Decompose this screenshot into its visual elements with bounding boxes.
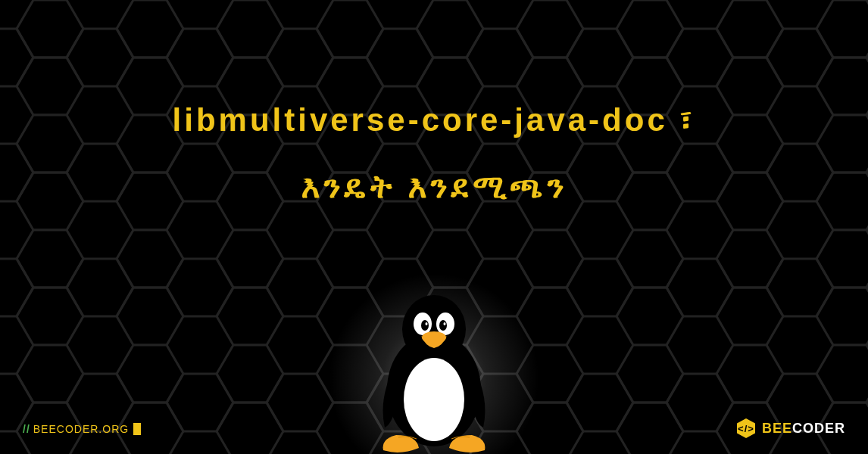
hexagon-icon: </> (736, 418, 756, 439)
penguin-container (362, 288, 506, 454)
svg-point-13 (439, 320, 447, 331)
cursor-icon (133, 423, 141, 435)
slashes-text: // (23, 423, 30, 435)
svg-point-14 (426, 322, 428, 325)
svg-point-12 (421, 320, 429, 331)
footer-url-text: BEECODER.ORG (33, 423, 129, 435)
svg-point-15 (444, 322, 446, 325)
footer-url: // BEECODER.ORG (23, 423, 141, 435)
title-line-2: እንዴት እንደሚጫን (301, 169, 567, 205)
footer-brand: </> BEECODER (736, 418, 845, 439)
tux-penguin-icon (362, 288, 506, 454)
brand-text-1: BEE (762, 421, 792, 436)
svg-point-8 (402, 295, 466, 363)
svg-text:</>: </> (738, 423, 754, 434)
svg-point-16 (422, 331, 446, 344)
svg-point-9 (404, 358, 464, 441)
brand-text-2: CODER (792, 421, 845, 436)
title-line-1: libmultiverse-core-java-doc ፣ (173, 102, 696, 138)
